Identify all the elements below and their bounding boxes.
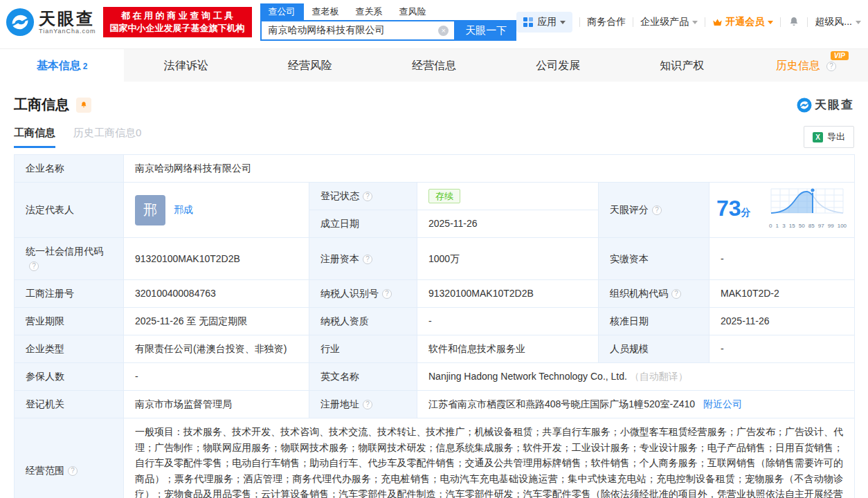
score-cell: 73分 (709, 183, 855, 238)
help-icon[interactable] (29, 261, 39, 271)
help-icon[interactable] (363, 192, 372, 201)
notification-bell-icon[interactable] (788, 16, 800, 28)
apps-menu-label: 应用 (537, 16, 557, 28)
vip-upgrade-link[interactable]: 开通会员 (712, 16, 773, 28)
apps-menu[interactable]: 应用 (516, 12, 572, 33)
super-risk-menu[interactable]: 超级风... (815, 16, 861, 28)
tab-basic-info-label: 基本信息 (37, 59, 81, 71)
score-axis: 013 155085 9799100 (768, 219, 847, 233)
insured-count-value: - (124, 363, 309, 391)
chevron-down-icon (856, 21, 861, 24)
section-title: 工商信息 (14, 95, 69, 114)
chevron-down-icon (692, 21, 698, 24)
approval-date-label: 核准日期 (599, 308, 709, 335)
logo-title: 天眼查 (39, 10, 96, 28)
divider (633, 17, 633, 27)
tab-company-development[interactable]: 公司发展 (496, 49, 620, 82)
search-tabs: 查公司 查老板 查关系 查风险 (260, 3, 517, 20)
nearby-companies-link[interactable]: 附近公司 (703, 398, 742, 409)
tab-history-info[interactable]: VIP 历史信息 (744, 49, 868, 82)
site-logo[interactable]: 天眼查 TianYanCha.com (6, 8, 96, 37)
business-scope-label: 经营范围 (15, 418, 124, 498)
divider (780, 17, 781, 27)
company-name-value: 南京哈动网络科技有限公司 (124, 155, 855, 183)
help-icon[interactable] (363, 255, 372, 264)
help-icon[interactable] (652, 205, 662, 215)
status-badge: 存续 (428, 189, 460, 203)
search-tab-boss[interactable]: 查老板 (304, 3, 347, 20)
taxpayer-quality-label: 纳税人资质 (309, 308, 417, 335)
table-row: 经营范围 一般项目：技术服务、技术开发、技术咨询、技术交流、技术转让、技术推广；… (15, 418, 855, 498)
score-marker-pin (811, 188, 815, 192)
tab-operation-info[interactable]: 经营信息 (372, 49, 496, 82)
taxpayer-id-label: 纳税人识别号 (309, 280, 417, 308)
credit-code-value: 91320100MAK10T2D2B (124, 238, 309, 280)
taxpayer-quality-value: - (417, 308, 599, 335)
staff-size-value: - (709, 335, 855, 363)
subtab-history-business-info[interactable]: 历史工商信息0 (73, 127, 141, 148)
tab-legal-litigation[interactable]: 法律诉讼 (124, 49, 248, 82)
divider (579, 17, 580, 27)
legal-rep-avatar[interactable]: 邢 (135, 195, 165, 225)
search-tab-risk[interactable]: 查风险 (391, 3, 435, 20)
search-button[interactable]: 天眼一下 (455, 20, 516, 41)
reg-authority-value: 南京市市场监督管理局 (124, 391, 309, 418)
biz-cooperation-link[interactable]: 商务合作 (587, 16, 626, 28)
business-info-table: 企业名称 南京哈动网络科技有限公司 法定代表人 邢 邢成 登记状态 存续 天眼评… (14, 154, 855, 498)
help-icon[interactable] (382, 289, 392, 299)
header-nav: 应用 商务合作 企业级产品 开通会员 超级风... (516, 12, 861, 33)
monitor-bell-button[interactable] (76, 98, 91, 113)
divider (705, 17, 705, 27)
help-icon[interactable] (671, 289, 681, 299)
industry-value: 软件和信息技术服务业 (417, 335, 599, 363)
org-code-value: MAK10T2D-2 (709, 280, 855, 308)
industry-label: 行业 (309, 335, 417, 363)
reg-authority-label: 登记机关 (15, 391, 124, 418)
top-header: 天眼查 TianYanCha.com 都 在 用 的 商 业 查 询 工 具 国… (0, 0, 868, 44)
slogan-line-2: 国家中小企业发展子基金旗下机构 (110, 22, 245, 35)
slogan-line-1: 都 在 用 的 商 业 查 询 工 具 (110, 10, 245, 22)
score-distribution-chart: 013 155085 9799100 (768, 187, 847, 233)
help-icon[interactable] (826, 62, 836, 71)
help-icon[interactable] (363, 400, 372, 409)
apps-grid-icon (523, 17, 533, 27)
score-curve (768, 187, 846, 214)
export-button[interactable]: 导出 (804, 126, 854, 148)
crown-icon (712, 18, 723, 27)
establish-date-value: 2025-11-26 (417, 210, 599, 238)
tab-history-info-label: 历史信息 (776, 59, 820, 71)
logo-domain: TianYanCha.com (39, 28, 96, 35)
enterprise-products-label: 企业级产品 (640, 16, 689, 28)
tab-intellectual-property[interactable]: 知识产权 (620, 49, 744, 82)
reg-capital-label: 注册资本 (309, 238, 417, 280)
search-tab-company[interactable]: 查公司 (260, 3, 304, 20)
business-scope-value: 一般项目：技术服务、技术开发、技术咨询、技术交流、技术转让、技术推广；机械设备租… (124, 418, 855, 498)
tab-basic-info[interactable]: 基本信息2 (0, 49, 124, 82)
subtab-business-info[interactable]: 工商信息 (14, 127, 55, 148)
legal-rep-link[interactable]: 邢成 (174, 203, 193, 217)
legal-rep-label: 法定代表人 (15, 183, 124, 238)
approval-date-value: 2025-11-26 (709, 308, 855, 335)
enterprise-products-menu[interactable]: 企业级产品 (640, 16, 698, 28)
business-term-value: 2025-11-26 至 无固定期限 (124, 308, 309, 335)
search-tab-relation[interactable]: 查关系 (347, 3, 391, 20)
auto-translate-note: （自动翻译） (630, 371, 688, 382)
paid-capital-value: - (709, 238, 855, 280)
brand-slogan: 都 在 用 的 商 业 查 询 工 具 国家中小企业发展子基金旗下机构 (103, 7, 252, 37)
establish-date-label: 成立日期 (309, 210, 417, 238)
insured-count-label: 参保人数 (15, 363, 124, 391)
english-name-label: 英文名称 (309, 363, 417, 391)
company-type-value: 有限责任公司(港澳台投资、非独资) (124, 335, 309, 363)
table-row: 统一社会信用代码 91320100MAK10T2D2B 注册资本 1000万 实… (15, 238, 855, 280)
tab-operation-risk[interactable]: 经营风险 (248, 49, 372, 82)
search-input[interactable] (262, 21, 455, 39)
reg-number-value: 320100400084763 (124, 280, 309, 308)
help-icon[interactable] (68, 466, 78, 476)
company-name-label: 企业名称 (15, 155, 124, 183)
tianyancha-swirl-icon (6, 8, 35, 37)
main-content: 工商信息 天眼查 工商信息 历史工商信息0 导出 企业名称 南京哈动网络科技有限… (0, 95, 868, 498)
excel-icon (813, 132, 823, 142)
table-row: 法定代表人 邢 邢成 登记状态 存续 天眼评分 73分 (15, 183, 855, 210)
reg-number-label: 工商注册号 (15, 280, 124, 308)
business-term-label: 营业期限 (15, 308, 124, 335)
